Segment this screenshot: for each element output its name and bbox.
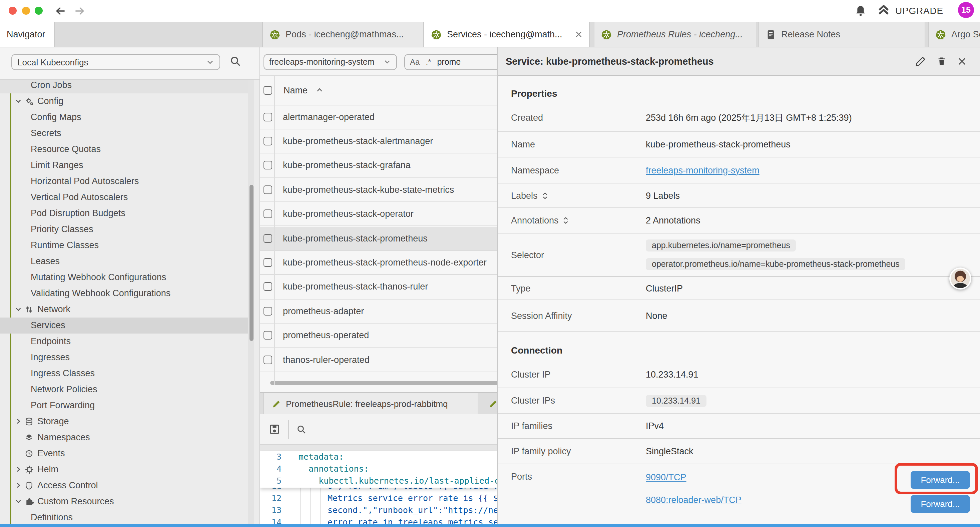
- sidebar-item-ingresses[interactable]: Ingresses: [0, 349, 248, 365]
- sidebar-item-port-forwarding[interactable]: Port Forwarding: [0, 397, 248, 413]
- port-link-9090[interactable]: 9090/TCP: [646, 472, 741, 482]
- editor-tab-partial[interactable]: [486, 393, 497, 415]
- chevron-right-icon[interactable]: [15, 482, 22, 489]
- row-checkbox[interactable]: [264, 137, 272, 145]
- row-checkbox[interactable]: [264, 161, 272, 170]
- table-row[interactable]: thanos-ruler-operated: [260, 348, 497, 372]
- delete-trash-icon[interactable]: [937, 56, 947, 67]
- horizontal-scrollbar-thumb[interactable]: [270, 381, 497, 385]
- chevron-down-icon[interactable]: [15, 306, 22, 313]
- sidebar-item-secrets[interactable]: Secrets: [0, 125, 248, 141]
- close-tab-icon[interactable]: [575, 31, 582, 38]
- table-row[interactable]: prometheus-operated: [260, 323, 497, 348]
- tab-release-notes[interactable]: Release Notes: [759, 22, 925, 47]
- window-zoom-button[interactable]: [35, 7, 43, 15]
- namespace-selector[interactable]: freeleaps-monitoring-system: [263, 54, 396, 70]
- table-row[interactable]: alertmanager-operated: [260, 105, 497, 129]
- table-row[interactable]: kube-prometheus-stack-alertmanager: [260, 129, 497, 154]
- sidebar-group-helm[interactable]: Helm: [0, 461, 248, 477]
- tab-pods[interactable]: Pods - icecheng@mathmas...: [262, 22, 424, 47]
- name-column-header[interactable]: Name: [283, 85, 307, 96]
- sidebar-item-definitions[interactable]: Definitions: [0, 509, 248, 524]
- expand-updown-icon[interactable]: [563, 216, 570, 225]
- sidebar-item-runtime-classes[interactable]: Runtime Classes: [0, 237, 248, 253]
- row-checkbox[interactable]: [264, 355, 272, 364]
- sidebar-group-events[interactable]: Events: [0, 445, 248, 461]
- window-close-button[interactable]: [9, 7, 17, 15]
- sidebar-item-validating-webhook-configurations[interactable]: Validating Webhook Configurations: [0, 285, 248, 301]
- row-checkbox[interactable]: [264, 234, 272, 242]
- forward-button[interactable]: Forward...: [911, 471, 970, 489]
- expand-updown-icon[interactable]: [542, 191, 548, 200]
- chevron-right-icon[interactable]: [15, 466, 22, 473]
- editor-search-icon[interactable]: [296, 424, 307, 435]
- table-row[interactable]: prometheus-adapter: [260, 299, 497, 323]
- match-case-toggle[interactable]: Aa: [410, 57, 420, 66]
- yaml-editor[interactable]: 11 0","for":"1m","labels":{"service":"f …: [260, 451, 497, 524]
- save-icon[interactable]: [269, 424, 280, 435]
- sidebar-group-network[interactable]: Network: [0, 301, 248, 317]
- table-row[interactable]: kube-prometheus-stack-kube-state-metrics: [260, 178, 497, 202]
- sidebar-item-limit-ranges[interactable]: Limit Ranges: [0, 157, 248, 173]
- row-checkbox[interactable]: [264, 331, 272, 340]
- kubeconfig-selector[interactable]: Local Kubeconfigs: [11, 54, 220, 70]
- tab-prometheus-rules[interactable]: Prometheus Rules - icecheng...: [594, 22, 757, 47]
- row-checkbox[interactable]: [264, 210, 272, 218]
- table-row[interactable]: kube-prometheus-stack-operator: [260, 202, 497, 226]
- sidebar-group-config[interactable]: Config: [0, 93, 248, 109]
- port-link-8080[interactable]: 8080:reloader-web/TCP: [646, 495, 741, 505]
- row-checkbox[interactable]: [264, 307, 272, 315]
- sidebar-item-services[interactable]: Services: [0, 317, 248, 333]
- sidebar-group-custom-resources[interactable]: Custom Resources: [0, 493, 248, 509]
- sidebar-group-namespaces[interactable]: Namespaces: [0, 429, 248, 445]
- notification-count-badge[interactable]: 15: [958, 2, 974, 18]
- row-checkbox[interactable]: [264, 282, 272, 291]
- scrollbar-thumb[interactable]: [249, 185, 253, 341]
- sidebar-item-resource-quotas[interactable]: Resource Quotas: [0, 141, 248, 157]
- table-row-selected[interactable]: kube-prometheus-stack-prometheus: [260, 226, 497, 251]
- tab-argo[interactable]: Argo Se: [928, 22, 980, 47]
- sidebar-item-config-maps[interactable]: Config Maps: [0, 109, 248, 125]
- sidebar-item-cron-jobs[interactable]: Cron Jobs: [0, 80, 248, 93]
- sidebar-item-pod-disruption-budgets[interactable]: Pod Disruption Budgets: [0, 205, 248, 221]
- table-row[interactable]: kube-prometheus-stack-grafana: [260, 154, 497, 178]
- tab-services[interactable]: Services - icecheng@math...: [424, 22, 590, 47]
- close-icon[interactable]: [957, 57, 967, 66]
- sidebar-item-vertical-pod-autoscalers[interactable]: Vertical Pod Autoscalers: [0, 189, 248, 205]
- tab-navigator[interactable]: Navigator: [0, 22, 55, 47]
- namespace-link[interactable]: freeleaps-monitoring-system: [646, 165, 759, 175]
- row-checkbox[interactable]: [264, 258, 272, 267]
- table-row[interactable]: kube-prometheus-stack-thanos-ruler: [260, 275, 497, 299]
- row-checkbox[interactable]: [264, 112, 272, 121]
- upgrade-button[interactable]: UPGRADE: [877, 4, 943, 17]
- sidebar-item-priority-classes[interactable]: Priority Classes: [0, 221, 248, 237]
- chevron-right-icon[interactable]: [15, 417, 22, 425]
- back-icon[interactable]: [55, 5, 66, 17]
- forward-button[interactable]: Forward...: [911, 495, 970, 513]
- sidebar-group-access-control[interactable]: Access Control: [0, 477, 248, 493]
- editor-tab-prometheusrule[interactable]: PrometheusRule: freeleaps-prod-rabbitmq: [263, 393, 478, 415]
- row-checkbox[interactable]: [264, 185, 272, 194]
- select-all-checkbox[interactable]: [264, 86, 272, 95]
- pencil-icon: [488, 400, 497, 408]
- sidebar-item-network-policies[interactable]: Network Policies: [0, 381, 248, 397]
- sidebar-item-mutating-webhook-configurations[interactable]: Mutating Webhook Configurations: [0, 269, 248, 285]
- sidebar-item-endpoints[interactable]: Endpoints: [0, 333, 248, 349]
- forward-icon[interactable]: [74, 5, 85, 17]
- table-row[interactable]: kube-prometheus-stack-prometheus-node-ex…: [260, 251, 497, 275]
- sidebar-item-leases[interactable]: Leases: [0, 253, 248, 269]
- sort-ascending-icon[interactable]: [315, 86, 323, 94]
- search-input[interactable]: Aa .* prome: [404, 54, 497, 70]
- regex-toggle[interactable]: .*: [426, 57, 431, 66]
- sidebar-item-horizontal-pod-autoscalers[interactable]: Horizontal Pod Autoscalers: [0, 173, 248, 189]
- sidebar-item-ingress-classes[interactable]: Ingress Classes: [0, 365, 248, 381]
- chevron-down-icon[interactable]: [15, 498, 22, 505]
- avatar[interactable]: [949, 267, 971, 290]
- search-icon[interactable]: [229, 56, 242, 67]
- notifications-bell-icon[interactable]: [854, 5, 867, 18]
- sidebar-group-storage[interactable]: Storage: [0, 413, 248, 429]
- chevron-down-icon[interactable]: [15, 97, 22, 105]
- window-minimize-button[interactable]: [22, 7, 30, 15]
- edit-pencil-icon[interactable]: [915, 56, 926, 67]
- runbook-url-link[interactable]: https://netdata.freeleaps.com: [448, 505, 497, 515]
